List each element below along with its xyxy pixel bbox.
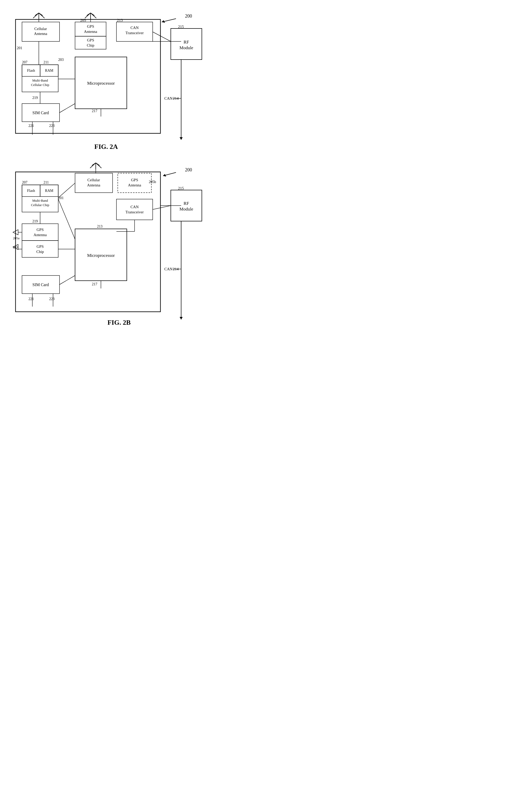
svg-marker-38 <box>180 137 183 140</box>
ref205b: 205b <box>149 180 156 184</box>
multiband-label-b: Multi-Band <box>32 199 48 202</box>
ref217-b: 217 <box>92 282 97 286</box>
ref200a: 200 <box>185 13 192 19</box>
gps-chip-label-a: GPS <box>87 38 94 42</box>
ref223-a: 223 <box>49 124 55 128</box>
svg-line-8 <box>85 13 91 18</box>
ref221-b: 221 <box>28 297 34 301</box>
ref219-a: 219 <box>32 96 38 100</box>
ref201-a: 201 <box>17 46 22 50</box>
gps-antenna-top-label-b: GPS <box>131 178 138 182</box>
ref201-b: 201 <box>58 196 64 200</box>
can-label-a: CAN <box>164 96 173 100</box>
ref215-b: 215 <box>178 186 184 190</box>
ram-label-a: RAM <box>45 69 53 72</box>
ref213-a: 213 <box>117 18 123 22</box>
ref200b: 200 <box>185 167 192 172</box>
gps-antenna-box-label2-b: Antenna <box>34 233 47 237</box>
fig2a-label: FIG. 2A <box>94 143 118 150</box>
ref205a: 205a <box>13 236 20 240</box>
multiband-label-a: Multi-Band <box>32 78 48 82</box>
fig2a-container: 200 Cellular Antenna GPS Antenna 205 GPS… <box>5 5 207 156</box>
svg-rect-60 <box>22 224 58 241</box>
cellular-antenna-label2-a: Antenna <box>34 32 47 36</box>
svg-line-59 <box>153 206 171 209</box>
ref207-a: 207 <box>22 60 27 64</box>
gps-antenna-label-a: GPS <box>87 24 94 28</box>
microprocessor-label-b: Microprocessor <box>87 253 115 258</box>
ref221-a: 221 <box>28 124 34 128</box>
svg-line-20 <box>153 32 171 41</box>
ref219-b: 219 <box>32 219 38 223</box>
rf-module-label2-a: Module <box>180 45 193 50</box>
cellular-antenna-label2-b: Antenna <box>87 183 100 187</box>
ref211-b: 211 <box>43 180 49 184</box>
svg-line-3 <box>33 13 39 18</box>
flash-label-a: Flash <box>27 69 35 72</box>
cellular-antenna-label-a: Cellular <box>34 27 47 31</box>
svg-line-44 <box>96 163 101 168</box>
page: 200 Cellular Antenna GPS Antenna 205 GPS… <box>0 0 212 341</box>
svg-rect-63 <box>22 241 58 257</box>
rf-module-label-a: RF <box>184 40 189 45</box>
ref207-b: 207 <box>22 180 27 184</box>
ref205-a: 205 <box>80 18 86 22</box>
can-transceiver-label2-a: Transceiver <box>126 31 144 35</box>
can-transceiver-label-b: CAN <box>130 205 139 209</box>
multiband-label2-a: Cellular Chip <box>31 83 49 87</box>
fig2b-container: 200 Flash RAM Multi-Band Cellular Chip 2… <box>5 159 207 336</box>
can-label-b: CAN <box>164 267 173 271</box>
gps-chip-label-b: GPS <box>36 244 44 249</box>
fig2b-svg: 200 Flash RAM Multi-Band Cellular Chip 2… <box>5 159 207 335</box>
svg-line-53 <box>58 183 75 198</box>
svg-line-31 <box>60 104 75 113</box>
ref223-b: 223 <box>49 297 55 301</box>
svg-line-9 <box>91 13 96 18</box>
svg-line-69 <box>58 199 75 239</box>
gps-chip-label2-a: Chip <box>87 43 94 47</box>
flash-label-b: Flash <box>27 189 35 193</box>
fig2a-svg: 200 Cellular Antenna GPS Antenna 205 GPS… <box>5 5 207 155</box>
cellular-antenna-label-b: Cellular <box>87 178 100 182</box>
ref215-a: 215 <box>178 25 184 29</box>
fig2b-label: FIG. 2B <box>107 319 131 326</box>
rf-module-label-b: RF <box>184 201 189 206</box>
ram-label-b: RAM <box>45 189 53 193</box>
svg-line-43 <box>90 163 96 168</box>
ref203-a: 203 <box>58 58 64 62</box>
svg-rect-55 <box>116 199 153 220</box>
gps-antenna-box-label-b: GPS <box>36 228 44 232</box>
sim-card-label-b: SIM Card <box>32 282 49 287</box>
ref213-b: 213 <box>97 224 102 228</box>
svg-marker-77 <box>180 317 183 320</box>
can-transceiver-label2-b: Transceiver <box>126 210 144 214</box>
gps-antenna-top-label2-b: Antenna <box>128 183 141 187</box>
ref211-a: 211 <box>43 60 49 64</box>
svg-line-71 <box>60 276 75 285</box>
gps-chip-label2-b: Chip <box>36 250 44 254</box>
can-transceiver-label-a: CAN <box>130 26 139 30</box>
svg-line-4 <box>39 13 45 18</box>
rf-module-label2-b: Module <box>180 207 193 212</box>
multiband-label2-b: Cellular Chip <box>31 203 49 207</box>
microprocessor-label-a: Microprocessor <box>87 81 115 86</box>
ref217-a: 217 <box>92 109 97 113</box>
gps-antenna-label2-a: Antenna <box>84 30 97 34</box>
svg-rect-47 <box>16 172 160 312</box>
sim-card-label-a: SIM Card <box>32 111 49 115</box>
